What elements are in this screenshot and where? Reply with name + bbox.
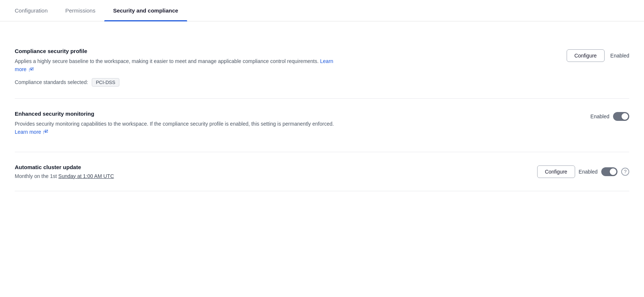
compliance-configure-button[interactable]: Configure [567, 49, 605, 62]
cluster-configure-button[interactable]: Configure [537, 165, 575, 178]
cluster-schedule-row: Monthly on the 1st Sunday at 1:00 AM UTC [15, 173, 346, 179]
enhanced-security-monitoring-desc: Provides security monitoring capabilitie… [15, 120, 346, 136]
enhanced-security-monitoring-title: Enhanced security monitoring [15, 111, 346, 117]
cluster-toggle-track [601, 167, 617, 176]
enhanced-toggle-track [613, 112, 629, 121]
cluster-status-text: Enabled [579, 169, 598, 175]
automatic-cluster-update-title: Automatic cluster update [15, 164, 346, 170]
compliance-desc-text: Applies a highly secure baseline to the … [15, 58, 319, 64]
section-right-enhanced: Enabled [591, 111, 629, 121]
compliance-standards-label: Compliance standards selected: [15, 79, 88, 85]
tab-configuration[interactable]: Configuration [15, 0, 56, 21]
enhanced-learn-more-link[interactable]: Learn more [15, 129, 48, 135]
compliance-security-profile-desc: Applies a highly secure baseline to the … [15, 57, 346, 74]
enhanced-status-text: Enabled [591, 113, 609, 119]
cluster-schedule-prefix: Monthly on the 1st [15, 173, 57, 179]
tabs-bar: Configuration Permissions Security and c… [0, 0, 644, 21]
compliance-security-profile-title: Compliance security profile [15, 48, 346, 54]
compliance-status-text: Enabled [610, 53, 629, 59]
section-left-cluster: Automatic cluster update Monthly on the … [15, 164, 346, 179]
enhanced-toggle[interactable] [613, 112, 629, 121]
main-content: Compliance security profile Applies a hi… [0, 21, 644, 191]
automatic-cluster-update-section: Automatic cluster update Monthly on the … [15, 152, 629, 191]
tab-permissions[interactable]: Permissions [56, 0, 104, 21]
section-left-enhanced: Enhanced security monitoring Provides se… [15, 111, 346, 140]
section-left-compliance: Compliance security profile Applies a hi… [15, 48, 346, 87]
cluster-help-icon[interactable]: ? [621, 168, 629, 176]
enhanced-security-monitoring-section: Enhanced security monitoring Provides se… [15, 99, 629, 152]
section-right-cluster: Configure Enabled ? [537, 164, 629, 178]
tab-security[interactable]: Security and compliance [104, 0, 187, 21]
pci-dss-badge: PCI-DSS [92, 78, 119, 87]
external-link-icon [29, 67, 34, 72]
cluster-toggle[interactable] [601, 167, 617, 176]
compliance-security-profile-section: Compliance security profile Applies a hi… [15, 36, 629, 99]
external-link-icon-2 [43, 130, 48, 134]
cluster-toggle-thumb [610, 168, 616, 175]
enhanced-desc-text: Provides security monitoring capabilitie… [15, 121, 334, 127]
section-right-compliance: Configure Enabled [567, 48, 629, 62]
enhanced-toggle-thumb [622, 113, 628, 120]
compliance-standards-row: Compliance standards selected: PCI-DSS [15, 78, 346, 87]
cluster-schedule-link[interactable]: Sunday at 1:00 AM UTC [58, 173, 114, 179]
